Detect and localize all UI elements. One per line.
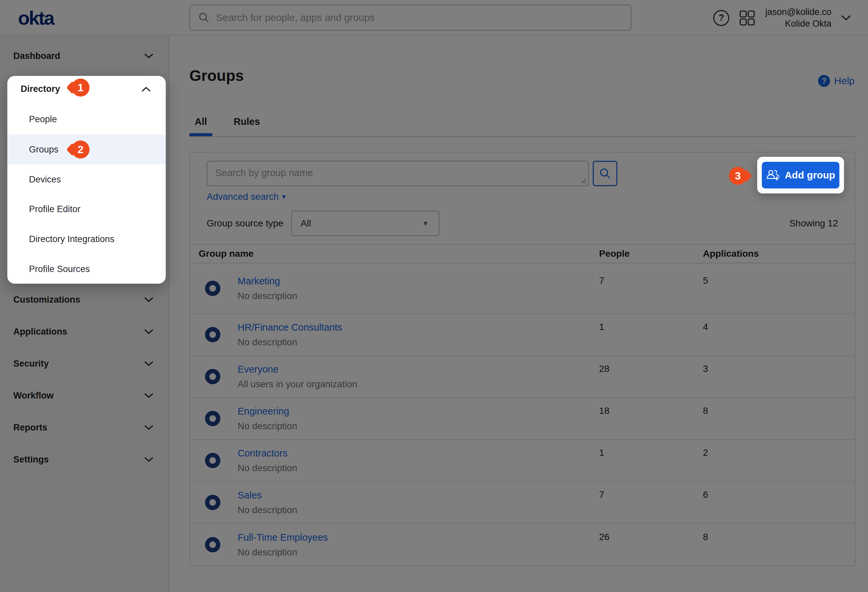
sidebar-item-devices[interactable]: Devices	[7, 164, 166, 194]
step-badge-2: 2	[72, 141, 90, 158]
sidebar-item-label: Directory Integrations	[29, 234, 115, 244]
add-group-icon	[766, 169, 780, 181]
directory-spotlight-popover: Directory People Groups Devices Profile …	[7, 76, 166, 284]
sidebar-item-label: Directory	[21, 84, 60, 94]
sidebar-item-label: Profile Sources	[29, 264, 90, 274]
sidebar-item-label: Groups	[29, 145, 59, 155]
add-group-button[interactable]: Add group	[762, 162, 839, 188]
add-group-label: Add group	[785, 169, 836, 181]
step-badge-1: 1	[72, 78, 90, 96]
sidebar-item-directory-integrations[interactable]: Directory Integrations	[7, 224, 166, 254]
step-badge-3: 3	[729, 167, 747, 185]
add-group-spotlight: Add group	[757, 157, 844, 194]
sidebar-item-label: Devices	[29, 175, 61, 185]
sidebar-item-profile-sources[interactable]: Profile Sources	[7, 254, 166, 284]
chevron-up-icon	[142, 87, 151, 92]
sidebar-item-profile-editor[interactable]: Profile Editor	[7, 194, 166, 224]
sidebar-item-people[interactable]: People	[7, 104, 166, 134]
sidebar-item-label: Profile Editor	[29, 204, 81, 215]
sidebar-item-label: People	[29, 114, 57, 124]
